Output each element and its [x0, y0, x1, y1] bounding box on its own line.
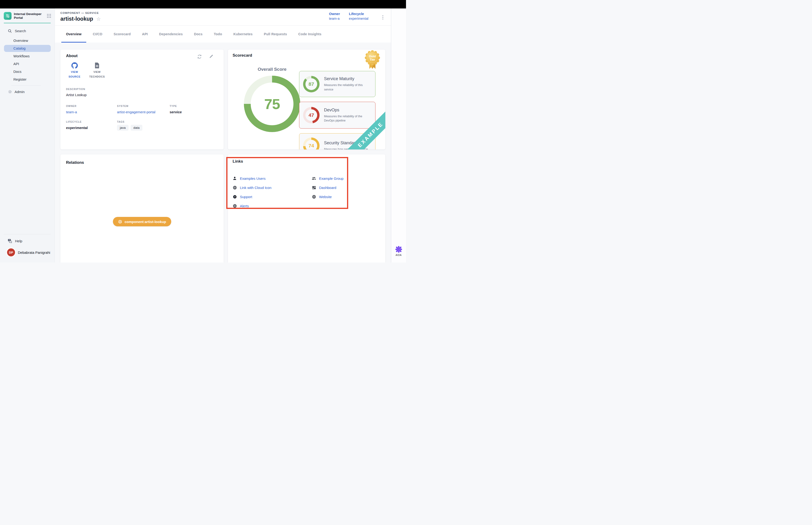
relations-card: Relations component:artist-lookup — [60, 154, 224, 262]
links-card: Links Examples Users — [228, 154, 385, 262]
aida-widget[interactable]: AIDA — [391, 246, 406, 256]
metric-devops[interactable]: 47 DevOps Measures the reliability of th… — [299, 102, 376, 129]
sidebar-nav: Overview Catalog Workflows API Docs Regi… — [0, 36, 55, 83]
main-area: COMPONENT — SERVICE artist-lookup ☆ Owne… — [55, 9, 391, 262]
overall-score-value: 75 — [264, 96, 280, 112]
tag-chip[interactable]: data — [131, 125, 142, 131]
sidebar-item-workflows[interactable]: Workflows — [4, 52, 51, 60]
help-chat-icon: ? — [8, 239, 12, 243]
avatar: DP — [7, 249, 15, 256]
aida-label: AIDA — [396, 254, 401, 256]
overall-score-label: Overall Score — [237, 67, 307, 72]
sidebar-item-api[interactable]: API — [4, 60, 51, 68]
sidebar-item-register[interactable]: Register — [4, 76, 51, 83]
sidebar-item-catalog[interactable]: Catalog — [4, 45, 51, 52]
globe-icon — [312, 195, 316, 199]
dashboard-icon — [312, 186, 316, 190]
tab-docs[interactable]: Docs — [188, 26, 208, 43]
view-source-link[interactable]: VIEW SOURCE — [66, 62, 83, 79]
link-link-with-cloud-icon[interactable]: Link with Cloud Icon — [233, 184, 312, 191]
page-title: artist-lookup — [60, 16, 93, 22]
person-icon — [233, 177, 237, 180]
document-icon — [94, 62, 100, 69]
apps-grid-icon[interactable] — [47, 14, 51, 18]
search-icon — [8, 29, 12, 33]
brand-logo-icon — [4, 12, 12, 20]
sidebar: Internal Developer Portal Search Overvie… — [0, 9, 55, 262]
tab-kubernetes[interactable]: Kubernetes — [228, 26, 258, 43]
about-card: About — [60, 49, 224, 149]
link-website[interactable]: Website — [312, 194, 343, 200]
brand: Internal Developer Portal — [0, 9, 55, 23]
tags-field: TAGS java data — [117, 120, 218, 131]
svg-text:?: ? — [234, 195, 235, 198]
owner-link[interactable]: team-a — [66, 110, 117, 114]
link-examples-users[interactable]: Examples Users — [233, 175, 312, 181]
globe-icon — [233, 186, 237, 190]
owner-meta[interactable]: Owner team-a — [329, 12, 340, 20]
sidebar-item-help[interactable]: ? Help — [0, 234, 55, 247]
description-value: Artist Lookup — [66, 93, 218, 97]
metric-ring: 74 — [303, 137, 320, 149]
relation-node-component[interactable]: component:artist-lookup — [113, 217, 171, 226]
about-title: About — [66, 54, 218, 58]
edit-pencil-icon[interactable] — [209, 54, 213, 60]
gear-icon — [8, 90, 12, 94]
aida-flower-icon — [395, 246, 402, 253]
tab-scorecard[interactable]: Scorecard — [108, 26, 137, 43]
lifecycle-meta: Lifecycle experimental — [349, 12, 368, 20]
search-label: Search — [15, 29, 26, 33]
chip-icon — [118, 220, 122, 224]
sidebar-item-overview[interactable]: Overview — [4, 37, 51, 44]
lifecycle-field: LIFECYCLE experimental — [66, 120, 117, 131]
favorite-star-icon[interactable]: ☆ — [96, 16, 101, 21]
metric-service-maturity[interactable]: 87 Service Maturity Measures the reliabi… — [299, 71, 376, 97]
metric-ring: 87 — [303, 76, 320, 92]
system-link[interactable]: artist-engagement-portal — [117, 110, 170, 114]
system-field: SYSTEM artist-engagement-portal — [117, 105, 170, 114]
relations-title: Relations — [66, 160, 218, 165]
user-menu[interactable]: DP Debabrata Panigrahi — [0, 247, 55, 262]
tab-dependencies[interactable]: Dependencies — [153, 26, 188, 43]
overall-gauge: 75 — [244, 76, 300, 132]
link-alerts[interactable]: Alerts — [233, 203, 312, 209]
entity-tabs: Overview CI/CD Scorecard API Dependencie… — [55, 26, 391, 43]
svg-text:Gold: Gold — [369, 55, 376, 58]
sidebar-search[interactable]: Search — [0, 23, 55, 36]
tab-todo[interactable]: Todo — [208, 26, 228, 43]
sidebar-item-admin[interactable]: Admin — [0, 88, 55, 96]
scorecard-card: Scorecard Overall Score 75 87 Service Ma… — [228, 49, 385, 149]
description-label: DESCRIPTION — [66, 88, 218, 90]
link-dashboard[interactable]: Dashboard — [312, 184, 343, 191]
owner-value[interactable]: team-a — [329, 17, 340, 20]
user-name: Debabrata Panigrahi — [18, 251, 50, 255]
more-options-kebab-icon[interactable] — [381, 14, 384, 21]
help-circle-icon: ? — [233, 195, 237, 199]
links-section: Links Examples Users — [228, 154, 385, 262]
link-support[interactable]: ? Support — [233, 194, 312, 200]
tag-chip[interactable]: java — [117, 125, 128, 131]
github-icon — [72, 62, 78, 69]
gold-tier-badge: Gold Tier — [365, 50, 380, 71]
sidebar-item-docs[interactable]: Docs — [4, 68, 51, 75]
scorecard-title: Scorecard — [233, 53, 385, 58]
svg-text:?: ? — [9, 239, 10, 241]
lifecycle-label: Lifecycle — [349, 12, 368, 16]
link-example-group[interactable]: Example Group — [312, 175, 343, 181]
view-techdocs-link[interactable]: VIEW TECHDOCS — [89, 62, 106, 79]
tab-overview[interactable]: Overview — [60, 26, 87, 43]
owner-field: OWNER team-a — [66, 105, 117, 114]
owner-label: Owner — [329, 12, 340, 16]
tab-cicd[interactable]: CI/CD — [87, 26, 108, 43]
refresh-icon[interactable] — [197, 54, 202, 60]
svg-text:Tier: Tier — [370, 58, 375, 61]
tab-code-insights[interactable]: Code Insights — [293, 26, 327, 43]
links-title: Links — [233, 159, 385, 164]
right-rail: AIDA — [391, 9, 406, 262]
tab-pull-requests[interactable]: Pull Requests — [258, 26, 293, 43]
metric-ring: 47 — [303, 107, 320, 123]
entity-header: COMPONENT — SERVICE artist-lookup ☆ Owne… — [55, 9, 391, 26]
nav-divider — [11, 85, 41, 86]
tab-api[interactable]: API — [136, 26, 153, 43]
brand-title: Internal Developer Portal — [14, 12, 44, 20]
